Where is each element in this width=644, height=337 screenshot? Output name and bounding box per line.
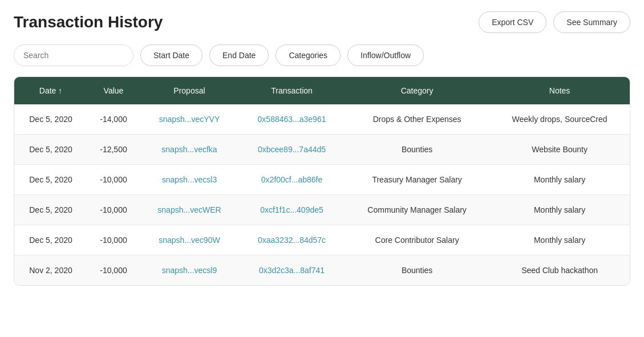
- transaction-link[interactable]: 0xaa3232...84d57c: [258, 236, 326, 245]
- col-header-transaction[interactable]: Transaction: [239, 77, 345, 104]
- table-row: Dec 5, 2020-12,500snapsh...vecfka0xbcee8…: [14, 135, 630, 165]
- cell-proposal[interactable]: snapsh...vec90W: [140, 225, 239, 255]
- see-summary-button[interactable]: See Summary: [553, 11, 630, 33]
- table-row: Dec 5, 2020-10,000snapsh...vec90W0xaa323…: [14, 225, 630, 255]
- cell-proposal[interactable]: snapsh...vecsl9: [140, 255, 239, 286]
- table-row: Dec 5, 2020-10,000snapsh...vecWER0xcf1f1…: [14, 195, 630, 225]
- filter-row: Start Date End Date Categories Inflow/Ou…: [14, 44, 630, 66]
- cell-value: -10,000: [87, 195, 140, 225]
- proposal-link[interactable]: snapsh...vecfka: [161, 145, 217, 154]
- proposal-link[interactable]: snapsh...vec90W: [159, 236, 220, 245]
- cell-date: Nov 2, 2020: [14, 255, 87, 286]
- cell-value: -14,000: [87, 104, 140, 135]
- transaction-link[interactable]: 0x3d2c3a...8af741: [259, 266, 325, 275]
- end-date-button[interactable]: End Date: [209, 44, 269, 66]
- cell-category: Treasury Manager Salary: [345, 165, 489, 195]
- transaction-table-container: Date ↑ Value Proposal Transaction Catego…: [14, 76, 630, 286]
- table-row: Nov 2, 2020-10,000snapsh...vecsl90x3d2c3…: [14, 255, 630, 286]
- cell-proposal[interactable]: snapsh...vecYVY: [140, 104, 239, 135]
- cell-value: -12,500: [87, 135, 140, 165]
- cell-transaction[interactable]: 0x3d2c3a...8af741: [239, 255, 345, 286]
- transaction-link[interactable]: 0x2f00cf...ab86fe: [261, 175, 322, 184]
- proposal-link[interactable]: snapsh...vecsl9: [162, 266, 217, 275]
- col-header-proposal[interactable]: Proposal: [140, 77, 239, 104]
- cell-notes: Website Bounty: [489, 135, 630, 165]
- header: Transaction History Export CSV See Summa…: [14, 11, 630, 33]
- proposal-link[interactable]: snapsh...vecYVY: [159, 115, 220, 124]
- cell-notes: Weekly drops, SourceCred: [489, 104, 630, 135]
- cell-notes: Seed Club hackathon: [489, 255, 630, 286]
- cell-notes: Monthly salary: [489, 225, 630, 255]
- cell-date: Dec 5, 2020: [14, 104, 87, 135]
- col-header-date[interactable]: Date ↑: [14, 77, 87, 104]
- cell-value: -10,000: [87, 225, 140, 255]
- cell-transaction[interactable]: 0x2f00cf...ab86fe: [239, 165, 345, 195]
- cell-proposal[interactable]: snapsh...vecfka: [140, 135, 239, 165]
- cell-transaction[interactable]: 0x588463...a3e961: [239, 104, 345, 135]
- cell-category: Drops & Other Expenses: [345, 104, 489, 135]
- cell-proposal[interactable]: snapsh...vecsl3: [140, 165, 239, 195]
- cell-category: Core Contributor Salary: [345, 225, 489, 255]
- cell-date: Dec 5, 2020: [14, 165, 87, 195]
- cell-date: Dec 5, 2020: [14, 225, 87, 255]
- col-header-value[interactable]: Value: [87, 77, 140, 104]
- table-row: Dec 5, 2020-10,000snapsh...vecsl30x2f00c…: [14, 165, 630, 195]
- proposal-link[interactable]: snapsh...vecsl3: [162, 175, 217, 184]
- cell-category: Community Manager Salary: [345, 195, 489, 225]
- table-body: Dec 5, 2020-14,000snapsh...vecYVY0x58846…: [14, 104, 630, 285]
- categories-button[interactable]: Categories: [276, 44, 341, 66]
- cell-date: Dec 5, 2020: [14, 135, 87, 165]
- cell-transaction[interactable]: 0xaa3232...84d57c: [239, 225, 345, 255]
- transaction-table: Date ↑ Value Proposal Transaction Catego…: [14, 77, 630, 285]
- page-title: Transaction History: [14, 13, 163, 31]
- proposal-link[interactable]: snapsh...vecWER: [157, 205, 221, 214]
- cell-category: Bounties: [345, 135, 489, 165]
- table-row: Dec 5, 2020-14,000snapsh...vecYVY0x58846…: [14, 104, 630, 135]
- table-header-row: Date ↑ Value Proposal Transaction Catego…: [14, 77, 630, 104]
- transaction-link[interactable]: 0xbcee89...7a44d5: [258, 145, 326, 154]
- transaction-link[interactable]: 0xcf1f1c...409de5: [260, 205, 323, 214]
- cell-value: -10,000: [87, 165, 140, 195]
- cell-transaction[interactable]: 0xbcee89...7a44d5: [239, 135, 345, 165]
- header-buttons: Export CSV See Summary: [479, 11, 630, 33]
- cell-notes: Monthly salary: [489, 195, 630, 225]
- cell-notes: Monthly salary: [489, 165, 630, 195]
- col-header-notes[interactable]: Notes: [489, 77, 630, 104]
- cell-category: Bounties: [345, 255, 489, 286]
- transaction-link[interactable]: 0x588463...a3e961: [258, 115, 326, 124]
- search-input[interactable]: [14, 44, 133, 66]
- cell-proposal[interactable]: snapsh...vecWER: [140, 195, 239, 225]
- export-csv-button[interactable]: Export CSV: [479, 11, 546, 33]
- start-date-button[interactable]: Start Date: [140, 44, 202, 66]
- cell-value: -10,000: [87, 255, 140, 286]
- cell-transaction[interactable]: 0xcf1f1c...409de5: [239, 195, 345, 225]
- cell-date: Dec 5, 2020: [14, 195, 87, 225]
- inflow-outflow-button[interactable]: Inflow/Outflow: [347, 44, 424, 66]
- col-header-category[interactable]: Category: [345, 77, 489, 104]
